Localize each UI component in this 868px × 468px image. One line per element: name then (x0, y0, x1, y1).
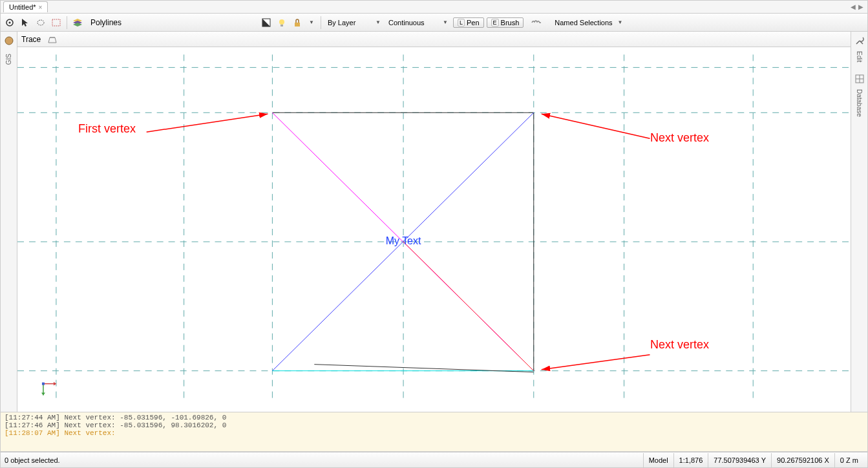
drawing-canvas[interactable]: My Text (17, 47, 851, 410)
svg-line-30 (403, 242, 534, 371)
cursor-tool-icon[interactable] (19, 16, 32, 29)
lightbulb-icon[interactable] (275, 16, 288, 29)
svg-point-2 (37, 20, 44, 25)
contrast-icon[interactable] (260, 16, 273, 29)
svg-line-34 (542, 355, 650, 370)
coord-x-label: Y (761, 456, 766, 464)
scale-display[interactable]: 1:1,876 (673, 453, 708, 467)
left-panel: GIS (1, 32, 17, 467)
coord-y-value: 90.267592106 (777, 456, 822, 464)
color-mode-dropdown[interactable]: By Layer ▼ (325, 16, 383, 29)
lock-icon[interactable] (291, 16, 304, 29)
brush-button[interactable]: E Brush (487, 17, 524, 28)
console-line: [11:27:46 AM] Next vertex: -85.031596, 9… (5, 421, 863, 429)
layers-icon[interactable] (71, 16, 84, 29)
sub-toolbar: Trace (17, 32, 851, 47)
close-icon[interactable]: × (39, 4, 43, 11)
brush-key: E (491, 19, 499, 27)
selection-status: 0 object selected. (5, 456, 60, 464)
svg-point-10 (5, 37, 13, 45)
pen-key: L (458, 19, 465, 27)
command-console[interactable]: [11:27:44 AM] Next vertex: -85.031596, -… (1, 412, 867, 452)
color-mode-label: By Layer (328, 19, 355, 27)
svg-rect-3 (52, 19, 60, 26)
gis-tab-label[interactable]: GIS (5, 54, 12, 65)
pen-label: Pen (467, 19, 480, 27)
grid-icon[interactable] (853, 72, 866, 85)
svg-rect-37 (42, 383, 45, 385)
svg-point-1 (9, 21, 11, 23)
layer-type-label: Polylines (87, 18, 125, 27)
trace-box-icon[interactable] (46, 33, 59, 46)
coord-unit: m (852, 456, 858, 464)
rect-select-icon[interactable] (50, 16, 63, 29)
selector-tool-icon[interactable] (3, 16, 16, 29)
pen-button[interactable]: L Pen (453, 17, 484, 28)
canvas-svg: My Text (17, 47, 851, 410)
status-bar: 0 object selected. Model 1:1,876 77.5079… (1, 452, 867, 467)
named-selections-dropdown[interactable]: Named Selections ▼ (552, 16, 625, 29)
globe-icon[interactable] (3, 34, 16, 47)
model-space-label[interactable]: Model (643, 453, 673, 467)
edit-tab-label[interactable]: Edit (856, 51, 863, 62)
main-toolbar: Polylines ▼ By Layer ▼ Continuous ▼ L Pe… (1, 14, 867, 32)
tab-nav: ◀ ▶ (851, 3, 867, 10)
annotation-next-vertex-1: Next vertex (650, 131, 709, 145)
coord-z-cell: 0 Z m (834, 453, 863, 467)
svg-rect-6 (281, 25, 283, 27)
trace-label: Trace (21, 35, 41, 44)
visibility-dropdown[interactable]: ▼ (306, 16, 317, 29)
linestyle-label: Continuous (388, 19, 425, 27)
coord-x-cell: 77.507939463 Y (708, 453, 771, 467)
tools-icon[interactable] (853, 34, 866, 47)
console-current-line: [11:28:07 AM] Next vertex: (5, 429, 863, 437)
tab-bar: Untitled* × ◀ ▶ (1, 1, 867, 14)
svg-rect-7 (295, 23, 300, 27)
brush-label: Brush (501, 19, 520, 27)
canvas-center-text: My Text (386, 235, 421, 246)
coord-y-cell: 90.267592106 X (771, 453, 834, 467)
svg-point-5 (279, 19, 284, 25)
annotation-next-vertex-2: Next vertex (650, 338, 709, 352)
right-panel: Edit Database (851, 32, 867, 467)
chevron-down-icon: ▼ (618, 19, 623, 25)
named-selections-label: Named Selections (555, 19, 612, 27)
coord-z-label: Z (846, 456, 851, 464)
tab-prev-icon[interactable]: ◀ (851, 3, 856, 10)
chevron-down-icon: ▼ (443, 19, 448, 25)
coord-z-value: 0 (840, 456, 844, 464)
console-line: [11:27:44 AM] Next vertex: -85.031596, -… (5, 414, 863, 421)
tab-next-icon[interactable]: ▶ (858, 3, 863, 10)
document-tab[interactable]: Untitled* × (3, 1, 48, 12)
coord-x-value: 77.507939463 (714, 456, 759, 464)
svg-line-33 (542, 114, 650, 138)
chevron-down-icon: ▼ (376, 19, 381, 25)
chevron-down-icon: ▼ (309, 19, 314, 25)
hand-tool-icon[interactable] (530, 16, 543, 29)
oval-select-icon[interactable] (34, 16, 47, 29)
svg-line-32 (147, 114, 268, 132)
annotation-first-vertex: First vertex (78, 122, 136, 136)
linestyle-dropdown[interactable]: Continuous ▼ (386, 16, 450, 29)
database-tab-label[interactable]: Database (856, 89, 863, 117)
tab-title: Untitled* (9, 3, 36, 11)
coord-y-label: X (825, 456, 829, 464)
